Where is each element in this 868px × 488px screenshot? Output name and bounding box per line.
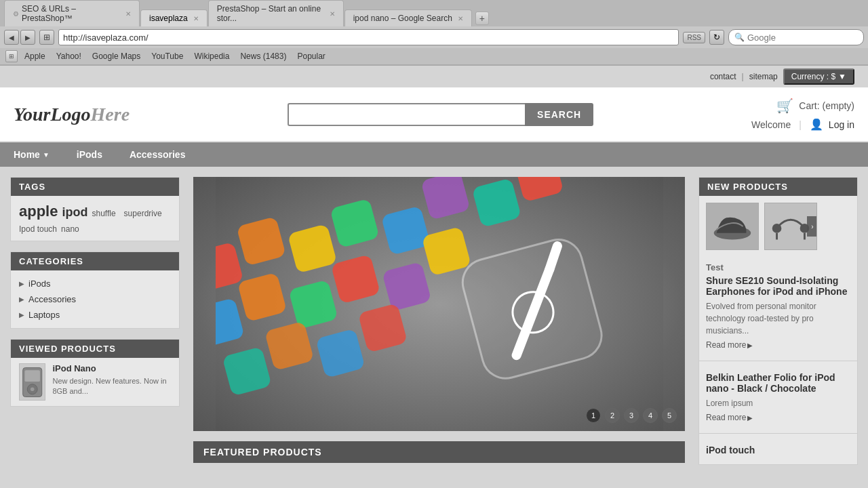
top-utility-bar: contact | sitemap Currency : $ ▼ xyxy=(0,66,868,87)
viewed-product-item: iPod Nano New design. New features. Now … xyxy=(11,358,179,406)
tab-close-icon[interactable]: ✕ xyxy=(330,10,335,18)
categories-widget: CATEGORIES ▶ iPods ▶ Accessories ▶ Lapto… xyxy=(10,251,180,329)
currency-button[interactable]: Currency : $ ▼ xyxy=(783,68,854,85)
category-laptops[interactable]: ▶ Laptops xyxy=(11,307,179,323)
back-button[interactable]: ◀ xyxy=(4,30,19,45)
bookmark-wikipedia[interactable]: Wikipedia xyxy=(190,51,233,62)
tag-apple[interactable]: apple xyxy=(19,203,58,220)
currency-dropdown-icon: ▼ xyxy=(838,72,846,81)
site-logo: YourLogoHere xyxy=(14,104,130,125)
tab-label: PrestaShop – Start an online stor... xyxy=(217,4,324,23)
tab-close-icon[interactable]: ✕ xyxy=(125,10,131,18)
slide-dot-1[interactable]: 1 xyxy=(586,408,601,423)
search-area: SEARCH xyxy=(288,103,593,126)
reload-button[interactable]: ↻ xyxy=(709,30,724,45)
read-more-link-2[interactable]: Read more ▶ xyxy=(706,413,850,422)
bookmark-apple[interactable]: Apple xyxy=(20,51,50,62)
bookmarks-bar: ⊞ Apple Yahoo! Google Maps YouTube Wikip… xyxy=(0,48,868,65)
tab-close-icon[interactable]: ✕ xyxy=(193,15,199,22)
product-listing-2: Belkin Leather Folio for iPod nano - Bla… xyxy=(699,367,857,428)
nav-item-ipods[interactable]: iPods xyxy=(63,142,116,167)
product-name-3[interactable]: iPod touch xyxy=(706,445,850,455)
read-more-link-1[interactable]: Read more ▶ xyxy=(706,340,850,350)
tab-close-icon[interactable]: ✕ xyxy=(458,15,463,22)
slide-dot-5[interactable]: 5 xyxy=(662,408,677,423)
new-tab-button[interactable]: + xyxy=(475,12,489,25)
new-products-next-arrow[interactable]: › xyxy=(807,216,817,237)
nav-item-home[interactable]: Home ▼ xyxy=(0,142,63,167)
tag-shuffle[interactable]: shuffle xyxy=(92,209,115,218)
slide-dot-4[interactable]: 4 xyxy=(643,408,658,423)
viewed-product-description: New design. New features. Now in 8GB and… xyxy=(52,376,171,397)
tab-isaveplaza[interactable]: isaveplaza ✕ xyxy=(140,9,208,26)
login-link[interactable]: Log in xyxy=(829,119,854,130)
product-listing-1: Test Shure SE210 Sound-Isolating Earphon… xyxy=(699,257,857,355)
rss-button[interactable]: RSS xyxy=(683,32,705,43)
viewed-product-thumbnail[interactable] xyxy=(19,363,45,401)
category-label: iPods xyxy=(28,279,51,289)
bookmarks-icon[interactable]: ⊞ xyxy=(5,50,18,62)
tag-nano[interactable]: nano xyxy=(61,224,79,234)
category-label: Accessories xyxy=(28,294,76,304)
cat-arrow-icon: ▶ xyxy=(19,280,24,287)
browser-search-input[interactable] xyxy=(747,33,849,43)
sitemap-link[interactable]: sitemap xyxy=(749,72,778,81)
bookmark-google-maps[interactable]: Google Maps xyxy=(88,51,144,62)
logo-text-dark: YourLogo xyxy=(14,104,91,125)
new-products-thumbnails: › xyxy=(699,196,857,257)
product-description-1: Evolved from personal monitor technology… xyxy=(706,300,850,337)
product-name-1[interactable]: Shure SE210 Sound-Isolating Earphones fo… xyxy=(706,275,850,297)
tag-ipod[interactable]: ipod xyxy=(62,205,87,220)
nav-dropdown-icon: ▼ xyxy=(43,151,50,159)
bookmark-yahoo[interactable]: Yahoo! xyxy=(52,51,85,62)
cart-text: Cart: (empty) xyxy=(799,100,854,111)
search-button[interactable]: SEARCH xyxy=(525,103,593,126)
read-more-arrow-icon: ▶ xyxy=(747,342,753,349)
tag-superdrive[interactable]: superdrive xyxy=(124,209,162,218)
right-panel: NEW PRODUCTS xyxy=(695,167,868,475)
browser-search-wrap: 🔍 xyxy=(728,29,864,45)
main-content: 1 2 3 4 5 FEATURED PRODUCTS xyxy=(190,167,695,475)
category-ipods[interactable]: ▶ iPods xyxy=(11,276,179,291)
product-description-2: Lorem ipsum xyxy=(706,397,850,409)
contact-link[interactable]: contact xyxy=(710,72,736,81)
slideshow[interactable]: 1 2 3 4 5 xyxy=(193,177,685,431)
address-bar-input[interactable] xyxy=(63,33,674,43)
tabs-bar: ⚙ SEO & URLs – PrestaShop™ ✕ isaveplaza … xyxy=(0,0,868,26)
svg-point-3 xyxy=(31,387,35,391)
read-more-arrow-icon-2: ▶ xyxy=(747,414,753,422)
featured-products-header: FEATURED PRODUCTS xyxy=(193,441,685,463)
tab-prestashop[interactable]: PrestaShop – Start an online stor... ✕ xyxy=(208,0,344,26)
tab-label: isaveplaza xyxy=(149,14,188,23)
bookmark-news[interactable]: News (1483) xyxy=(236,51,290,62)
category-accessories[interactable]: ▶ Accessories xyxy=(11,291,179,307)
main-layout: TAGS apple ipod shuffle superdrive Ipod … xyxy=(0,167,868,475)
nav-item-accessories[interactable]: Accessories xyxy=(116,142,199,167)
cart-icon: 🛒 xyxy=(776,98,793,114)
slideshow-svg xyxy=(216,177,663,431)
auth-divider: | xyxy=(799,119,802,130)
bookmark-youtube[interactable]: YouTube xyxy=(147,51,187,62)
nav-accessories-label: Accessories xyxy=(130,149,186,160)
categories-header: CATEGORIES xyxy=(11,252,179,270)
slide-dot-2[interactable]: 2 xyxy=(605,408,620,423)
new-tab-icon-button[interactable]: ⊞ xyxy=(39,30,54,45)
product-name-2[interactable]: Belkin Leather Folio for iPod nano - Bla… xyxy=(706,372,850,394)
tags-body: apple ipod shuffle superdrive Ipod touch… xyxy=(11,196,179,241)
logo-text-light: Here xyxy=(91,104,130,125)
viewed-product-name[interactable]: iPod Nano xyxy=(52,363,171,373)
category-label: Laptops xyxy=(28,310,60,320)
auth-area: Welcome | 👤 Log in xyxy=(751,118,854,131)
new-product-thumb-2[interactable]: › xyxy=(764,203,817,250)
tab-seo[interactable]: ⚙ SEO & URLs – PrestaShop™ ✕ xyxy=(4,0,140,26)
tag-ipod-touch[interactable]: Ipod touch xyxy=(19,224,57,234)
new-product-thumb-1[interactable] xyxy=(706,203,759,250)
search-input[interactable] xyxy=(288,103,525,126)
address-bar-wrap xyxy=(58,29,679,45)
viewed-products-widget: VIEWED PRODUCTS iPod Nano New desig xyxy=(10,339,180,407)
tab-ipod-search[interactable]: ipod nano – Google Search ✕ xyxy=(344,9,472,26)
bookmark-popular[interactable]: Popular xyxy=(293,51,329,62)
forward-button[interactable]: ▶ xyxy=(20,30,35,45)
cat-arrow-icon: ▶ xyxy=(19,311,24,319)
slide-dot-3[interactable]: 3 xyxy=(624,408,639,423)
